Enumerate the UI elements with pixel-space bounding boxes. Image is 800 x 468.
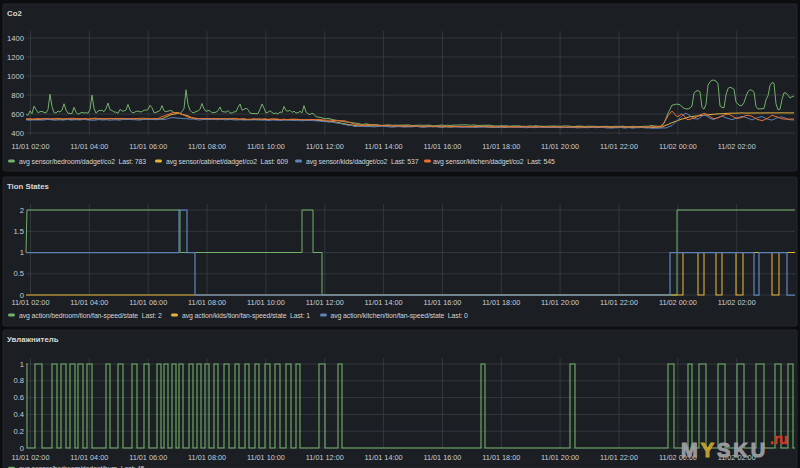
svg-text:11/01 14:00: 11/01 14:00	[365, 142, 403, 151]
svg-text:1: 1	[20, 360, 24, 369]
svg-text:11/01 14:00: 11/01 14:00	[365, 298, 403, 307]
svg-text:11/01 10:00: 11/01 10:00	[247, 453, 285, 462]
svg-text:11/01 22:00: 11/01 22:00	[600, 453, 638, 462]
svg-text:11/01 04:00: 11/01 04:00	[70, 298, 108, 307]
svg-text:11/01 16:00: 11/01 16:00	[423, 142, 461, 151]
svg-text:11/02 02:00: 11/02 02:00	[718, 142, 756, 151]
svg-text:avg action/kitchen/tion/fan-sp: avg action/kitchen/tion/fan-speed/state …	[331, 312, 469, 320]
svg-text:11/01 18:00: 11/01 18:00	[482, 298, 520, 307]
svg-text:1000: 1000	[7, 72, 24, 81]
svg-text:11/01 20:00: 11/01 20:00	[541, 142, 579, 151]
svg-text:11/02 02:00: 11/02 02:00	[718, 298, 756, 307]
svg-text:11/01 06:00: 11/01 06:00	[129, 453, 167, 462]
svg-text:11/01 04:00: 11/01 04:00	[70, 453, 108, 462]
svg-text:11/01 20:00: 11/01 20:00	[541, 453, 579, 462]
svg-text:0.5: 0.5	[13, 269, 24, 278]
svg-text:0.6: 0.6	[13, 393, 24, 402]
svg-text:avg action/kids/tion/fan-speed: avg action/kids/tion/fan-speed/state Las…	[182, 312, 310, 320]
svg-text:Co2: Co2	[7, 9, 22, 18]
svg-text:1: 1	[20, 248, 24, 257]
svg-text:Tion States: Tion States	[7, 182, 50, 191]
svg-text:11/01 02:00: 11/01 02:00	[11, 142, 49, 151]
svg-text:11/01 02:00: 11/01 02:00	[11, 453, 49, 462]
svg-text:1400: 1400	[7, 34, 24, 43]
svg-text:2: 2	[20, 206, 24, 215]
svg-text:1.5: 1.5	[13, 227, 24, 236]
svg-text:11/01 22:00: 11/01 22:00	[600, 142, 638, 151]
svg-text:avg sensor/kids/dadget/co2 La: avg sensor/kids/dadget/co2 Last: 537	[306, 158, 419, 166]
svg-text:11/01 08:00: 11/01 08:00	[188, 142, 226, 151]
svg-text:avg action/bedroom/tion/fan-sp: avg action/bedroom/tion/fan-speed/state …	[19, 312, 162, 320]
svg-text:11/01 10:00: 11/01 10:00	[247, 298, 285, 307]
svg-text:11/01 14:00: 11/01 14:00	[365, 453, 403, 462]
svg-text:11/01 16:00: 11/01 16:00	[423, 453, 461, 462]
svg-text:11/01 08:00: 11/01 08:00	[188, 453, 226, 462]
svg-text:Увлажнитель: Увлажнитель	[7, 335, 59, 344]
svg-text:11/01 16:00: 11/01 16:00	[423, 298, 461, 307]
svg-text:0.4: 0.4	[13, 410, 24, 419]
svg-text:1200: 1200	[7, 53, 24, 62]
svg-text:0.8: 0.8	[13, 376, 24, 385]
svg-text:11/01 02:00: 11/01 02:00	[11, 298, 49, 307]
svg-text:avg sensor/bedroom/dadget/co2: avg sensor/bedroom/dadget/co2 Last: 783	[19, 158, 146, 166]
svg-text:0: 0	[20, 444, 24, 453]
svg-text:11/01 12:00: 11/01 12:00	[306, 298, 344, 307]
svg-text:400: 400	[11, 129, 24, 138]
svg-text:11/01 06:00: 11/01 06:00	[129, 298, 167, 307]
svg-text:avg sensor/cabinet/dadget/co2: avg sensor/cabinet/dadget/co2 Last: 609	[166, 158, 288, 166]
svg-text:11/01 18:00: 11/01 18:00	[482, 453, 520, 462]
svg-text:0.2: 0.2	[13, 427, 24, 436]
svg-text:11/01 10:00: 11/01 10:00	[247, 142, 285, 151]
svg-text:11/01 18:00: 11/01 18:00	[482, 142, 520, 151]
svg-text:11/01 12:00: 11/01 12:00	[306, 142, 344, 151]
svg-text:.ru: .ru	[770, 431, 788, 447]
svg-text:11/01 04:00: 11/01 04:00	[70, 142, 108, 151]
svg-text:11/02 00:00: 11/02 00:00	[659, 142, 697, 151]
svg-text:MYSKU: MYSKU	[681, 439, 768, 461]
svg-text:11/01 06:00: 11/01 06:00	[129, 142, 167, 151]
svg-text:600: 600	[11, 110, 24, 119]
svg-text:11/01 08:00: 11/01 08:00	[188, 298, 226, 307]
svg-text:11/01 22:00: 11/01 22:00	[600, 298, 638, 307]
svg-text:800: 800	[11, 91, 24, 100]
svg-text:avg sensor/kitchen/dadget/co2: avg sensor/kitchen/dadget/co2 Last: 545	[433, 158, 555, 166]
svg-text:11/02 00:00: 11/02 00:00	[659, 298, 697, 307]
svg-text:11/01 20:00: 11/01 20:00	[541, 298, 579, 307]
svg-text:11/01 12:00: 11/01 12:00	[306, 453, 344, 462]
